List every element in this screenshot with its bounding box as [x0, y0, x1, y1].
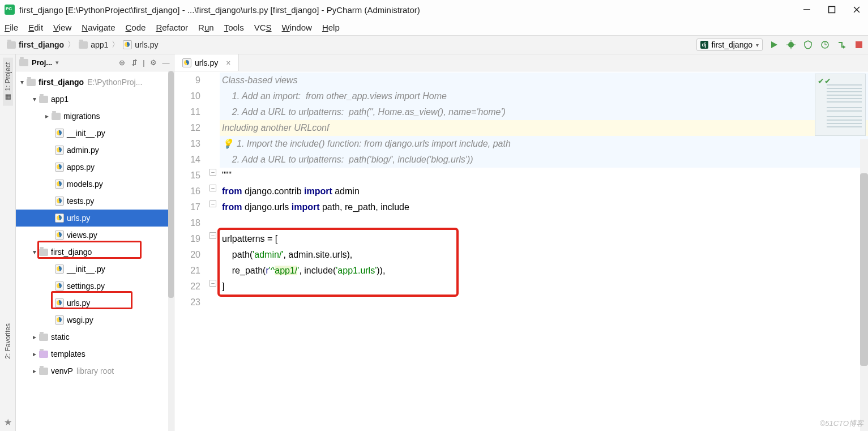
- scroll-thumb[interactable]: [168, 71, 174, 298]
- maximize-button[interactable]: [827, 5, 836, 14]
- rail-label: 2: Favorites: [4, 323, 12, 359]
- fold-icon[interactable]: –: [209, 280, 216, 287]
- tree-file[interactable]: tests.py: [16, 193, 174, 210]
- close-tab-icon[interactable]: ×: [226, 58, 230, 67]
- run-config-selector[interactable]: dj first_django ▾: [696, 39, 763, 51]
- python-file-icon: [55, 231, 64, 240]
- code-line: 2. Add a URL to urlpatterns: path('', Ho…: [220, 104, 868, 120]
- breadcrumb: first_django 〉 app1 〉 urls.py: [7, 40, 159, 50]
- tab-urls[interactable]: urls.py ×: [174, 54, 239, 71]
- tree-file[interactable]: settings.py: [16, 278, 174, 295]
- code-line: Including another URLconf: [220, 120, 868, 136]
- python-file-icon: [55, 298, 64, 308]
- rail-label: 1: Project: [4, 62, 12, 91]
- code-line: from django.urls import path, re_path, i…: [220, 199, 868, 215]
- folder-icon: [39, 351, 48, 358]
- code-line: """: [220, 168, 868, 184]
- menu-navigate[interactable]: Navigate: [82, 23, 115, 32]
- stop-button[interactable]: [853, 39, 865, 50]
- crumb-file[interactable]: urls.py: [123, 40, 158, 49]
- tree-app1[interactable]: ▾app1: [16, 91, 174, 108]
- chevron-down-icon[interactable]: ▾: [55, 59, 59, 66]
- star-icon: ★: [4, 417, 12, 428]
- tree-file[interactable]: urls.py: [16, 295, 174, 311]
- collapse-icon[interactable]: —: [161, 58, 170, 67]
- tree-migrations[interactable]: ▸migrations: [16, 108, 174, 125]
- project-rail-icon: ▦: [4, 93, 12, 101]
- project-tree[interactable]: ▾first_djangoE:\PythonProj... ▾app1 ▸mig…: [16, 71, 174, 431]
- tree-file[interactable]: apps.py: [16, 159, 174, 176]
- minimap[interactable]: ✔✔: [815, 74, 866, 136]
- close-button[interactable]: [852, 5, 861, 14]
- editor-tabs: urls.py ×: [174, 54, 868, 71]
- fold-icon[interactable]: –: [209, 185, 216, 191]
- tree-file[interactable]: admin.py: [16, 142, 174, 159]
- tree-templates[interactable]: ▸templates: [16, 345, 174, 362]
- code-body[interactable]: Class-based views 1. Add an import: from…: [220, 71, 868, 431]
- bulb-icon[interactable]: 💡: [222, 139, 233, 148]
- python-file-icon: [55, 264, 64, 274]
- navigation-bar: first_django 〉 app1 〉 urls.py dj first_d…: [0, 35, 868, 54]
- run-button[interactable]: [768, 39, 780, 50]
- fold-icon[interactable]: –: [209, 169, 216, 176]
- tree-file[interactable]: __init__.py: [16, 125, 174, 142]
- tree-root[interactable]: ▾first_djangoE:\PythonProj...: [16, 74, 174, 91]
- chevron-down-icon: ▾: [756, 42, 759, 48]
- tab-label: urls.py: [195, 58, 218, 67]
- tree-file-selected[interactable]: urls.py: [16, 210, 174, 227]
- menu-refactor[interactable]: Refactor: [156, 23, 188, 32]
- scroll-thumb[interactable]: [860, 173, 868, 366]
- menu-help[interactable]: Help: [322, 23, 340, 32]
- project-title: Proj...: [32, 58, 52, 67]
- coverage-button[interactable]: [802, 39, 814, 50]
- expand-icon[interactable]: ⇵: [130, 58, 139, 67]
- code-line: urlpatterns = [: [220, 231, 868, 247]
- code-editor[interactable]: 91011 121314 151617 181920 212223 – – – …: [174, 71, 868, 431]
- code-line: 2. Add a URL to urlpatterns: path('blog/…: [220, 152, 868, 168]
- python-file-icon: [55, 197, 64, 206]
- code-line: [220, 295, 868, 310]
- minimize-button[interactable]: [802, 5, 811, 14]
- fold-icon[interactable]: –: [209, 232, 216, 239]
- tree-scrollbar[interactable]: [168, 71, 174, 431]
- rail-favorites[interactable]: 2: Favorites: [3, 319, 13, 364]
- editor-scrollbar[interactable]: [860, 139, 868, 431]
- crumb-app1[interactable]: app1: [79, 40, 108, 49]
- menu-view[interactable]: View: [53, 23, 71, 32]
- tree-file[interactable]: views.py: [16, 227, 174, 244]
- folder-icon: [19, 59, 28, 66]
- menu-code[interactable]: Code: [126, 23, 146, 32]
- crumb-root[interactable]: first_django: [7, 40, 64, 49]
- left-tool-rail: ▦ 1: Project 2: Favorites ★: [0, 54, 16, 431]
- menu-window[interactable]: Window: [282, 23, 312, 32]
- code-line: Class-based views: [220, 72, 868, 88]
- python-file-icon: [55, 146, 64, 155]
- python-file-icon: [55, 180, 64, 189]
- menu-file[interactable]: File: [5, 23, 18, 32]
- folder-icon: [39, 334, 48, 341]
- code-line: from django.contrib import admin: [220, 184, 868, 199]
- tree-file[interactable]: wsgi.py: [16, 311, 174, 328]
- attach-button[interactable]: [836, 39, 848, 50]
- menu-run[interactable]: Run: [198, 23, 214, 32]
- locate-icon[interactable]: ⊕: [117, 58, 126, 67]
- tree-file[interactable]: __init__.py: [16, 261, 174, 278]
- folder-icon: [39, 249, 48, 256]
- menu-tools[interactable]: Tools: [224, 23, 244, 32]
- tree-venv[interactable]: ▸venvPlibrary root: [16, 362, 174, 379]
- tree-static[interactable]: ▸static: [16, 328, 174, 345]
- debug-button[interactable]: [785, 39, 797, 50]
- menu-edit[interactable]: Edit: [28, 23, 43, 32]
- profile-button[interactable]: [819, 39, 831, 50]
- rail-project[interactable]: ▦ 1: Project: [3, 58, 13, 106]
- code-line: path('admin/', admin.site.urls),: [220, 247, 868, 263]
- tree-first-django[interactable]: ▾first_django: [16, 244, 174, 261]
- gutter: 91011 121314 151617 181920 212223: [174, 71, 208, 431]
- crumb-label: first_django: [19, 40, 64, 49]
- menu-vcs[interactable]: VCS: [254, 23, 272, 32]
- gear-icon[interactable]: ⚙: [149, 58, 158, 67]
- fold-icon[interactable]: –: [209, 200, 216, 207]
- chevron-right-icon: 〉: [110, 40, 121, 50]
- python-file-icon: [55, 214, 64, 223]
- tree-file[interactable]: models.py: [16, 176, 174, 193]
